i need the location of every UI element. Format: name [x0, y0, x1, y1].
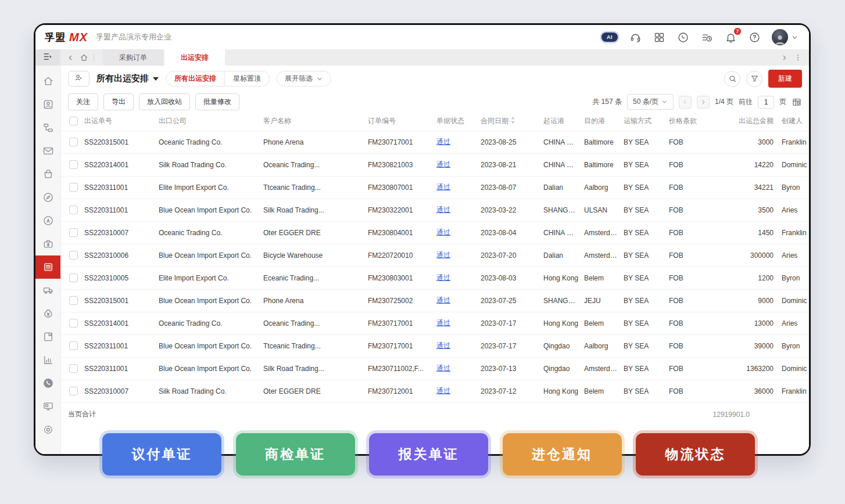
status-link[interactable]: 通过	[436, 228, 450, 236]
table-row[interactable]: SS220315001Blue Ocean Import Export Co.P…	[61, 289, 809, 312]
table-row[interactable]: SS220310007Silk Road Trading Co.Oter EGG…	[61, 380, 809, 402]
row-checkbox[interactable]	[69, 251, 78, 260]
sidebar-item-compass[interactable]	[35, 186, 60, 209]
row-checkbox[interactable]	[69, 296, 78, 305]
sidebar-item-truck[interactable]	[35, 279, 60, 302]
row-checkbox[interactable]	[69, 273, 78, 282]
nav-back-button[interactable]	[67, 54, 74, 62]
sidebar-item-contacts[interactable]	[35, 93, 60, 116]
row-checkbox[interactable]	[69, 387, 78, 395]
menu-toggle[interactable]	[35, 49, 60, 66]
whatsapp-icon[interactable]	[676, 31, 689, 44]
sidebar-item-report[interactable]	[35, 348, 60, 372]
status-link[interactable]: 通过	[436, 364, 450, 372]
flow-button-2[interactable]: 报关单证	[369, 433, 488, 476]
table-row[interactable]: SS220311001Elite Import Export Co.Ttcean…	[61, 176, 809, 199]
view-selector[interactable]: 所有出运安排	[96, 73, 159, 84]
goto-page-input[interactable]	[758, 96, 774, 109]
status-link[interactable]: 通过	[436, 206, 450, 214]
task-history-icon[interactable]	[700, 31, 713, 44]
nav-home-button[interactable]	[80, 53, 88, 62]
view-owner-filter-button[interactable]	[68, 71, 89, 87]
status-link[interactable]: 通过	[436, 341, 450, 350]
table-row[interactable]: SS220314001Oceanic Trading Co.Oceanic Tr…	[61, 312, 809, 334]
column-header-8[interactable]: 运输方式	[621, 112, 667, 131]
avatar[interactable]	[772, 29, 788, 45]
row-checkbox[interactable]	[69, 183, 78, 192]
row-checkbox[interactable]	[69, 341, 78, 350]
sidebar-item-whatsapp-filled[interactable]	[35, 372, 60, 395]
sidebar-item-campaign-a[interactable]	[35, 209, 60, 232]
more-vertical-icon[interactable]	[794, 53, 802, 62]
table-row[interactable]: SS220314001Silk Road Trading Co.Oceanic …	[61, 153, 809, 176]
status-link[interactable]: 通过	[436, 251, 450, 259]
table-row[interactable]: SS220310005Elite Import Export Co.Eceani…	[61, 267, 809, 289]
row-checkbox[interactable]	[69, 364, 78, 373]
column-settings-button[interactable]	[792, 97, 802, 107]
headset-icon[interactable]	[629, 31, 642, 44]
status-link[interactable]: 通过	[436, 319, 450, 327]
table-row[interactable]: SS220311001Blue Ocean Import Export Co.T…	[61, 334, 809, 357]
status-link[interactable]: 通过	[436, 296, 450, 304]
row-checkbox[interactable]	[69, 138, 78, 146]
sidebar-item-mail[interactable]	[35, 139, 60, 163]
sidebar-item-workbench[interactable]	[35, 395, 60, 418]
status-link[interactable]: 通过	[436, 273, 450, 282]
sidebar-item-settings[interactable]	[35, 418, 60, 441]
toolbar-button-0[interactable]: 关注	[68, 93, 98, 110]
sidebar-item-shipping-doc[interactable]	[35, 255, 60, 279]
toolbar-button-1[interactable]: 导出	[103, 93, 134, 110]
new-button[interactable]: 新建	[768, 70, 802, 88]
apps-grid-icon[interactable]	[653, 31, 665, 44]
sidebar-item-home[interactable]	[35, 70, 60, 93]
sidebar-item-finance[interactable]	[35, 232, 60, 255]
tab-0[interactable]: 采购订单	[103, 49, 163, 66]
sidebar-item-bag[interactable]	[35, 163, 60, 186]
toolbar-button-2[interactable]: 放入回收站	[139, 93, 190, 110]
table-row[interactable]: SS220310007Oceanic Trading Co.Oter EGGER…	[61, 221, 809, 244]
tab-1[interactable]: 出运安排	[164, 49, 225, 66]
page-size-select[interactable]: 50 条/页	[627, 94, 674, 110]
expand-filters-button[interactable]: 展开筛选	[277, 71, 331, 87]
prev-page-button[interactable]	[679, 96, 692, 109]
column-header-6[interactable]: 起运港	[541, 112, 582, 131]
table-row[interactable]: SS220311001Blue Ocean Import Export Co.S…	[61, 357, 809, 380]
flow-button-3[interactable]: 进仓通知	[503, 433, 622, 476]
row-checkbox[interactable]	[69, 206, 78, 214]
ai-assistant-button[interactable]: AI	[601, 33, 618, 42]
table-row[interactable]: SS220311001Blue Ocean Import Export Co.S…	[61, 199, 809, 221]
filter-starred-top[interactable]: 星标置顶	[224, 71, 269, 86]
status-link[interactable]: 通过	[436, 183, 450, 191]
flow-button-1[interactable]: 商检单证	[236, 433, 355, 476]
column-header-4[interactable]: 单据状态	[434, 112, 478, 131]
search-button[interactable]	[724, 71, 740, 87]
column-header-7[interactable]: 目的港	[582, 112, 621, 131]
sidebar-item-ledger[interactable]	[35, 325, 60, 348]
row-checkbox[interactable]	[69, 160, 78, 169]
filter-button[interactable]	[746, 71, 762, 87]
status-link[interactable]: 通过	[436, 138, 450, 146]
column-header-1[interactable]: 出口公司	[156, 112, 261, 131]
help-icon[interactable]	[748, 31, 761, 44]
column-header-11[interactable]: 创建人	[779, 112, 809, 131]
flow-button-4[interactable]: 物流状态	[636, 433, 755, 476]
column-header-9[interactable]: 价格条款	[667, 112, 714, 131]
bell-icon[interactable]: 7	[724, 31, 737, 44]
tabs-scroll-right-button[interactable]	[780, 54, 788, 62]
toolbar-button-3[interactable]: 批量修改	[195, 93, 239, 110]
column-header-5[interactable]: 合同日期	[478, 112, 541, 131]
status-link[interactable]: 通过	[436, 160, 450, 168]
flow-button-0[interactable]: 议付单证	[102, 433, 221, 476]
status-link[interactable]: 通过	[436, 387, 450, 395]
filter-all-shipments[interactable]: 所有出运安排	[166, 71, 224, 86]
select-all-checkbox[interactable]	[69, 117, 78, 125]
column-header-10[interactable]: 出运总金额	[714, 112, 779, 131]
column-header-2[interactable]: 客户名称	[261, 112, 366, 131]
sidebar-item-org[interactable]	[35, 116, 60, 139]
sidebar-item-money-bag[interactable]	[35, 302, 60, 325]
row-checkbox[interactable]	[69, 228, 78, 237]
next-page-button[interactable]	[697, 96, 710, 109]
column-header-0[interactable]: 出运单号	[82, 112, 156, 131]
column-header-3[interactable]: 订单编号	[366, 112, 434, 131]
user-menu[interactable]	[772, 29, 799, 45]
